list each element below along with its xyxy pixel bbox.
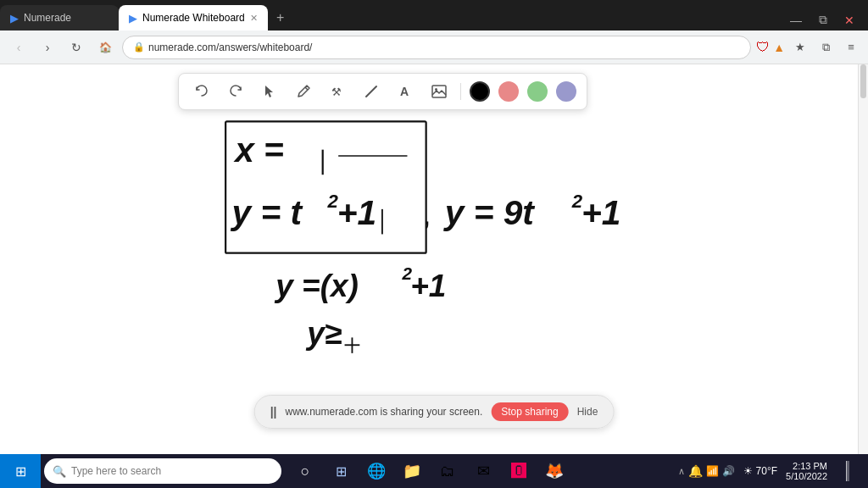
show-desktop-button[interactable]: [834, 454, 861, 488]
nav-right-area: 🛡 ▲ ★ ⧉ ≡: [756, 37, 861, 58]
stop-sharing-button[interactable]: Stop sharing: [491, 402, 568, 421]
text-tool-button[interactable]: A: [392, 79, 418, 104]
taskbar-explorer[interactable]: 📁: [395, 454, 429, 488]
svg-text:y = 9t: y = 9t: [443, 193, 536, 232]
weather-widget[interactable]: ☀ 70°F: [738, 465, 782, 477]
svg-text:⚒: ⚒: [331, 86, 342, 98]
back-button[interactable]: ‹: [7, 36, 31, 59]
taskbar-apps: ○ ⊞ 🌐 📁 🗂 ✉ 🅾 🦊: [285, 454, 671, 488]
svg-text:,: ,: [423, 199, 431, 230]
color-black-swatch[interactable]: [470, 81, 490, 102]
browser-frame: ▶ Numerade ▶ Numerade Whiteboard ✕ + — ⧉…: [0, 0, 868, 488]
taskbar-cortana[interactable]: ○: [288, 454, 322, 488]
tab-label-whiteboard: Numerade Whiteboard: [142, 12, 245, 24]
volume-icon[interactable]: 🔊: [722, 465, 735, 477]
tab-bar: ▶ Numerade ▶ Numerade Whiteboard ✕ + — ⧉…: [0, 0, 868, 30]
svg-text:A: A: [400, 85, 409, 98]
taskbar-office[interactable]: 🅾: [502, 454, 536, 488]
system-clock[interactable]: 2:13 PM 5/10/2022: [786, 461, 827, 481]
line-tool-button[interactable]: [359, 79, 384, 104]
taskbar-edge[interactable]: 🌐: [359, 454, 393, 488]
close-button[interactable]: ✕: [837, 10, 861, 30]
tools-button[interactable]: ⚒: [325, 79, 350, 104]
sharing-message: www.numerade.com is sharing your screen.: [286, 406, 483, 418]
pen-tool-button[interactable]: [291, 79, 316, 104]
weather-temp: 70°F: [756, 465, 777, 477]
address-bar[interactable]: 🔒 numerade.com/answers/whiteboard/: [122, 36, 751, 59]
badge-area: 🛡 ▲: [756, 40, 785, 55]
tab-label-numerade: Numerade: [24, 12, 71, 24]
taskbar-store[interactable]: 🗂: [431, 454, 465, 488]
color-green-swatch[interactable]: [527, 81, 548, 102]
new-tab-button[interactable]: +: [268, 5, 293, 30]
scrollbar-thumb[interactable]: [860, 64, 866, 98]
color-blue-swatch[interactable]: [556, 81, 576, 102]
svg-text:y = t: y = t: [231, 193, 303, 232]
vertical-scrollbar[interactable]: [858, 64, 868, 454]
tab-icon-whiteboard: ▶: [129, 12, 137, 25]
svg-text:y =(x): y =(x): [274, 269, 359, 303]
svg-text:x =: x =: [233, 130, 284, 169]
sharing-banner: || www.numerade.com is sharing your scre…: [254, 395, 615, 429]
clock-time: 2:13 PM: [793, 461, 827, 471]
windows-icon: ⊞: [15, 463, 26, 480]
drawing-toolbar: ⚒ A: [178, 73, 587, 110]
address-text: numerade.com/answers/whiteboard/: [148, 42, 740, 53]
systray: ∧ 🔔 📶 🔊: [678, 464, 735, 478]
tab-numerade[interactable]: ▶ Numerade: [0, 5, 119, 30]
restore-button[interactable]: ⧉: [812, 9, 834, 30]
svg-line-0: [305, 87, 308, 90]
collections-icon[interactable]: ⧉: [815, 37, 836, 58]
nav-bar: ‹ › ↻ 🏠 🔒 numerade.com/answers/whiteboar…: [0, 30, 868, 64]
security-icon: 🔒: [133, 42, 145, 53]
select-tool-button[interactable]: [257, 79, 282, 104]
forward-button[interactable]: ›: [36, 36, 59, 59]
svg-text:+1: +1: [410, 269, 446, 303]
taskbar-search[interactable]: 🔍 Type here to search: [44, 458, 281, 484]
svg-line-2: [366, 86, 376, 97]
alert-triangle-icon: ▲: [773, 41, 785, 54]
refresh-button[interactable]: ↻: [64, 36, 88, 59]
sharing-indicator: ||: [270, 405, 277, 419]
undo-button[interactable]: [189, 79, 214, 104]
taskbar: ⊞ 🔍 Type here to search ○ ⊞ 🌐 📁 🗂 ✉: [0, 454, 868, 488]
taskbar-mail[interactable]: ✉: [466, 454, 500, 488]
svg-text:y≥: y≥: [305, 316, 342, 351]
weather-icon: ☀: [743, 465, 753, 477]
home-button[interactable]: 🏠: [93, 36, 117, 59]
notification-icon[interactable]: 🔔: [688, 464, 703, 478]
shield-icon: 🛡: [756, 40, 770, 55]
tab-whiteboard[interactable]: ▶ Numerade Whiteboard ✕: [119, 5, 268, 30]
image-tool-button[interactable]: [426, 79, 452, 104]
color-red-swatch[interactable]: [498, 81, 519, 102]
tab-close-whiteboard[interactable]: ✕: [250, 13, 258, 24]
toolbar-separator: [460, 83, 461, 100]
minimize-button[interactable]: —: [783, 10, 809, 30]
svg-text:+1: +1: [581, 193, 620, 232]
search-placeholder-text: Type here to search: [71, 465, 161, 477]
window-controls: — ⧉ ✕: [783, 9, 868, 30]
taskbar-firefox[interactable]: 🦊: [537, 454, 571, 488]
svg-rect-4: [432, 86, 446, 97]
clock-date: 5/10/2022: [786, 471, 827, 481]
taskbar-task-view[interactable]: ⊞: [324, 454, 358, 488]
extensions-icon[interactable]: ★: [790, 37, 810, 58]
svg-text:+1: +1: [337, 193, 376, 232]
tab-icon-numerade: ▶: [10, 12, 19, 25]
hide-banner-button[interactable]: Hide: [577, 406, 598, 418]
search-icon: 🔍: [53, 465, 66, 478]
systray-overflow-icon[interactable]: ∧: [678, 466, 685, 477]
menu-icon[interactable]: ≡: [841, 37, 861, 58]
taskbar-right: ∧ 🔔 📶 🔊 ☀ 70°F 2:13 PM 5/10/2022: [671, 454, 868, 488]
redo-button[interactable]: [223, 79, 248, 104]
whiteboard-area: ⚒ A x =: [0, 64, 868, 454]
network-icon[interactable]: 📶: [706, 465, 719, 477]
start-button[interactable]: ⊞: [0, 454, 41, 488]
math-content: x = y = t 2 +1 , y = 9t 2 +1 y =(x): [76, 115, 851, 403]
